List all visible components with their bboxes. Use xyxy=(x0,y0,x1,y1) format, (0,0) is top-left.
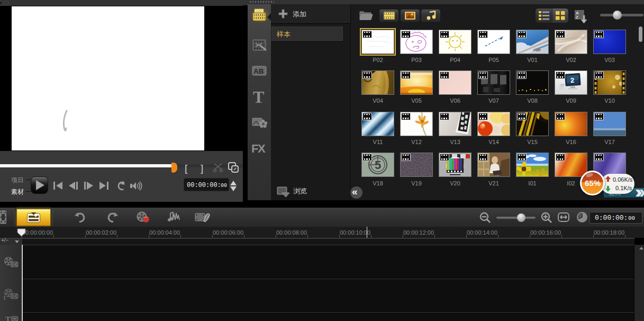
svg-text:FX: FX xyxy=(251,142,266,155)
svg-text:AB: AB xyxy=(253,67,264,75)
svg-text:T: T xyxy=(5,315,11,321)
svg-text:T: T xyxy=(253,88,264,104)
svg-text:1: 1 xyxy=(3,295,6,300)
svg-text:Z: Z xyxy=(576,15,578,20)
svg-text:2: 2 xyxy=(570,76,574,84)
